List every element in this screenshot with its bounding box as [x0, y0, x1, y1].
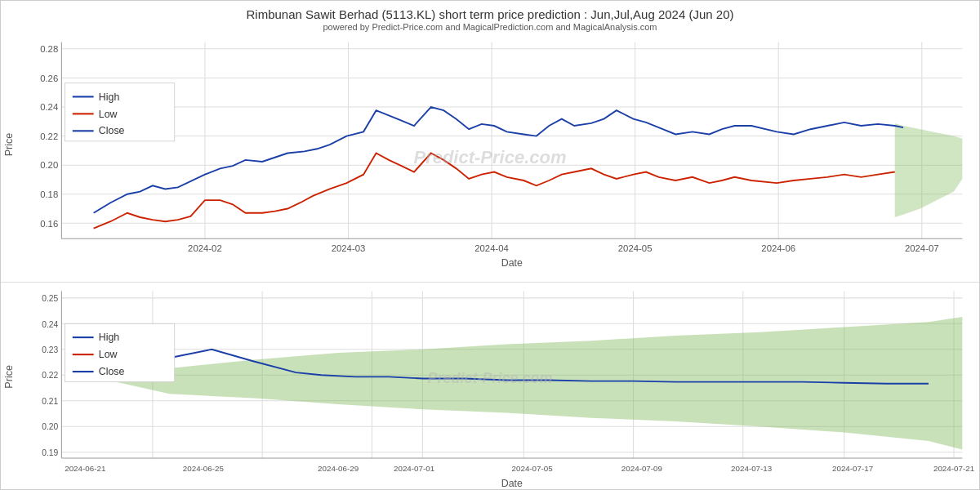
svg-text:Date: Date: [501, 257, 523, 269]
svg-text:High: High: [99, 91, 120, 103]
svg-text:0.19: 0.19: [42, 448, 58, 457]
svg-text:Price: Price: [4, 364, 16, 388]
svg-text:2024-06-29: 2024-06-29: [318, 463, 359, 472]
svg-text:Low: Low: [99, 349, 118, 360]
svg-text:0.22: 0.22: [42, 371, 58, 380]
svg-marker-28: [895, 123, 963, 217]
svg-text:2024-06-25: 2024-06-25: [183, 463, 225, 472]
title-area: Rimbunan Sawit Berhad (5113.KL) short te…: [1, 1, 979, 33]
charts-wrapper: Predict-Price.com 0.28 0.26: [1, 33, 979, 490]
svg-text:2024-02: 2024-02: [188, 243, 222, 253]
subtitle: powered by Predict-Price.com and Magical…: [1, 22, 979, 32]
svg-text:Close: Close: [99, 125, 125, 136]
svg-text:0.23: 0.23: [42, 345, 58, 354]
svg-text:0.20: 0.20: [42, 422, 58, 431]
svg-text:2024-07-13: 2024-07-13: [731, 463, 773, 472]
svg-text:2024-07-01: 2024-07-01: [394, 463, 435, 472]
svg-text:0.22: 0.22: [40, 131, 58, 141]
svg-text:High: High: [99, 332, 120, 343]
lower-chart: Predict-Price.com: [1, 283, 979, 491]
svg-text:2024-05: 2024-05: [618, 243, 653, 253]
svg-text:0.21: 0.21: [42, 396, 58, 405]
main-title: Rimbunan Sawit Berhad (5113.KL) short te…: [1, 7, 979, 21]
svg-text:2024-07-09: 2024-07-09: [621, 463, 663, 472]
svg-text:0.26: 0.26: [40, 74, 58, 83]
svg-text:0.25: 0.25: [42, 294, 58, 303]
svg-text:0.16: 0.16: [40, 218, 58, 228]
svg-text:Date: Date: [501, 477, 523, 488]
svg-text:0.20: 0.20: [40, 160, 58, 170]
svg-text:2024-07: 2024-07: [905, 243, 939, 253]
svg-text:Close: Close: [99, 366, 125, 377]
svg-text:2024-04: 2024-04: [474, 243, 509, 253]
svg-text:2024-07-17: 2024-07-17: [832, 463, 873, 472]
upper-chart: Predict-Price.com 0.28 0.26: [1, 33, 979, 283]
svg-text:2024-07-05: 2024-07-05: [512, 463, 554, 472]
svg-text:Price: Price: [4, 133, 16, 157]
svg-text:0.24: 0.24: [42, 319, 58, 328]
svg-text:0.18: 0.18: [40, 189, 58, 199]
svg-text:0.24: 0.24: [40, 102, 59, 112]
main-container: Rimbunan Sawit Berhad (5113.KL) short te…: [0, 0, 980, 490]
upper-chart-svg: 0.28 0.26 0.24 0.22 0.20 0.18 0.16 2024-…: [1, 33, 979, 282]
svg-text:2024-07-21: 2024-07-21: [933, 463, 975, 472]
svg-text:0.28: 0.28: [40, 44, 58, 54]
svg-text:2024-06: 2024-06: [761, 243, 795, 253]
svg-text:2024-03: 2024-03: [332, 243, 366, 253]
lower-chart-svg: 0.25 0.24 0.23 0.22 0.21 0.20 0.19 2024-…: [1, 283, 979, 491]
svg-text:2024-06-21: 2024-06-21: [65, 463, 106, 472]
svg-text:Low: Low: [99, 108, 118, 119]
